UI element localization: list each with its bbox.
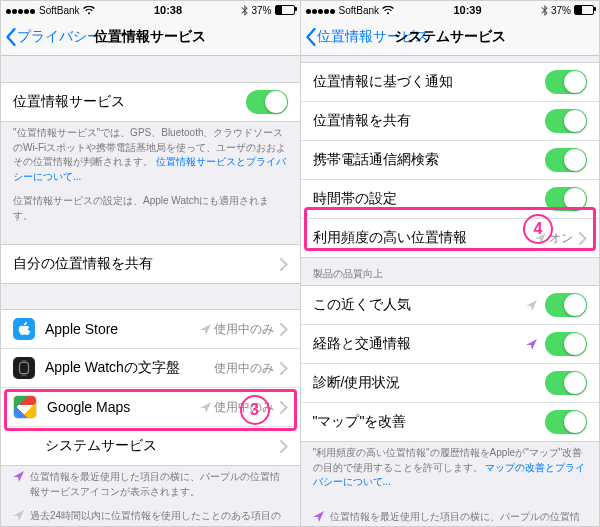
- wifi-icon: [83, 6, 95, 15]
- bluetooth-icon: [241, 5, 248, 16]
- toggle-row[interactable]: 位置情報を共有: [301, 101, 600, 141]
- battery-icon: [574, 5, 594, 15]
- back-button[interactable]: プライバシー: [1, 28, 101, 46]
- row-label: "マップ"を改善: [313, 413, 546, 431]
- wifi-icon: [382, 6, 394, 15]
- carrier-label: SoftBank: [39, 5, 80, 16]
- footer-note: 位置情報を最近使用した項目の横に、パープルの位置情報サービスアイコンが表示されま…: [301, 505, 600, 527]
- location-arrow-icon: [200, 324, 211, 335]
- status-bar: SoftBank 10:38 37%: [1, 1, 300, 19]
- clock: 10:38: [154, 4, 182, 16]
- footer-note: 過去24時間以内に位置情報を使用したことのある項目の横に、グレイの位置情報サービ…: [1, 504, 300, 526]
- footer-note: 位置情報サービスの設定は、Apple Watchにも適用されます。: [1, 189, 300, 228]
- toggle-switch[interactable]: [246, 90, 288, 114]
- toggle-switch[interactable]: [545, 371, 587, 395]
- svg-rect-1: [21, 374, 27, 376]
- location-services-toggle-row[interactable]: 位置情報サービス: [1, 82, 300, 122]
- row-detail: 使用中のみ: [200, 399, 274, 416]
- row-label: 利用頻度の高い位置情報: [313, 229, 536, 247]
- location-arrow-icon: [13, 510, 24, 521]
- toggle-switch[interactable]: [545, 70, 587, 94]
- back-label: プライバシー: [17, 28, 101, 46]
- app-row-google-maps[interactable]: Google Maps 使用中のみ: [1, 387, 300, 427]
- screenshot-right: SoftBank 10:39 37% 位置情報サービス システムサービス: [300, 1, 600, 526]
- row-label: 位置情報に基づく通知: [313, 73, 546, 91]
- chevron-right-icon: [579, 232, 587, 245]
- row-label: 位置情報を共有: [313, 112, 546, 130]
- location-arrow-icon: [535, 233, 546, 244]
- chevron-right-icon: [280, 323, 288, 336]
- toggle-switch[interactable]: [545, 410, 587, 434]
- signal-dots-icon: [6, 5, 36, 16]
- toggle-row[interactable]: 経路と交通情報: [301, 324, 600, 364]
- row-detail: オン: [535, 230, 573, 247]
- back-button[interactable]: 位置情報サービス: [301, 28, 429, 46]
- svg-rect-0: [21, 360, 27, 362]
- toggle-row[interactable]: 診断/使用状況: [301, 363, 600, 403]
- app-row-apple-store[interactable]: Apple Store 使用中のみ: [1, 309, 300, 349]
- content: 位置情報サービス "位置情報サービス"では、GPS、Bluetooth、クラウド…: [1, 56, 300, 526]
- status-bar: SoftBank 10:39 37%: [301, 1, 600, 19]
- row-label: 診断/使用状況: [313, 374, 546, 392]
- footer-note: 位置情報を最近使用した項目の横に、パープルの位置情報サービスアイコンが表示されま…: [1, 465, 300, 504]
- toggle-switch[interactable]: [545, 332, 587, 356]
- row-label: 時間帯の設定: [313, 190, 546, 208]
- location-arrow-icon: [526, 300, 537, 311]
- row-label: システムサービス: [45, 437, 274, 455]
- row-label: Apple Store: [45, 321, 200, 337]
- back-label: 位置情報サービス: [317, 28, 429, 46]
- row-label: 経路と交通情報: [313, 335, 527, 353]
- chevron-right-icon: [280, 362, 288, 375]
- app-row-apple-watch-faces[interactable]: Apple Watchの文字盤 使用中のみ: [1, 348, 300, 388]
- chevron-left-icon: [305, 28, 317, 46]
- row-label: Apple Watchの文字盤: [45, 359, 214, 377]
- row-detail: 使用中のみ: [200, 321, 274, 338]
- row-detail: 使用中のみ: [214, 360, 274, 377]
- location-arrow-icon: [313, 511, 324, 522]
- toggle-switch[interactable]: [545, 109, 587, 133]
- clock: 10:39: [453, 4, 481, 16]
- chevron-left-icon: [5, 28, 17, 46]
- content: 位置情報に基づく通知 位置情報を共有 携帯電話通信網検索 時間帯の設定 利用頻度…: [301, 56, 600, 526]
- battery-percent: 37%: [251, 5, 271, 16]
- location-arrow-icon: [200, 402, 211, 413]
- bluetooth-icon: [541, 5, 548, 16]
- row-label: 自分の位置情報を共有: [13, 255, 274, 273]
- nav-bar: 位置情報サービス システムサービス: [301, 19, 600, 56]
- nav-bar: プライバシー 位置情報サービス: [1, 19, 300, 56]
- carrier-label: SoftBank: [339, 5, 380, 16]
- nav-title: 位置情報サービス: [94, 28, 206, 46]
- chevron-right-icon: [280, 401, 288, 414]
- toggle-row[interactable]: この近くで人気: [301, 285, 600, 325]
- row-label: Google Maps: [47, 399, 200, 415]
- share-my-location-row[interactable]: 自分の位置情報を共有: [1, 244, 300, 284]
- toggle-row[interactable]: 位置情報に基づく通知: [301, 62, 600, 102]
- battery-icon: [275, 5, 295, 15]
- screenshot-left: SoftBank 10:38 37% プライバシー 位置情報サービス: [1, 1, 300, 526]
- svg-rect-2: [20, 363, 29, 374]
- toggle-row[interactable]: "マップ"を改善: [301, 402, 600, 442]
- toggle-switch[interactable]: [545, 293, 587, 317]
- location-arrow-icon: [13, 471, 24, 482]
- app-icon: [13, 357, 35, 379]
- location-arrow-icon: [526, 339, 537, 350]
- row-label: 携帯電話通信網検索: [313, 151, 546, 169]
- section-header: 製品の品質向上: [301, 257, 600, 285]
- signal-dots-icon: [306, 5, 336, 16]
- app-icon: [13, 395, 37, 419]
- toggle-switch[interactable]: [545, 148, 587, 172]
- toggle-row[interactable]: 時間帯の設定: [301, 179, 600, 219]
- system-services-row[interactable]: システムサービス: [1, 426, 300, 466]
- footer-note: "位置情報サービス"では、GPS、Bluetooth、クラウドソースのWi-Fi…: [1, 121, 300, 189]
- app-icon: [13, 318, 35, 340]
- chevron-right-icon: [280, 440, 288, 453]
- toggle-row[interactable]: 携帯電話通信網検索: [301, 140, 600, 180]
- toggle-switch[interactable]: [545, 187, 587, 211]
- battery-percent: 37%: [551, 5, 571, 16]
- footer-note: "利用頻度の高い位置情報"の履歴情報をAppleが"マップ"改善の目的で使用する…: [301, 441, 600, 495]
- row-label: この近くで人気: [313, 296, 527, 314]
- frequent-locations-row[interactable]: 利用頻度の高い位置情報 オン: [301, 218, 600, 258]
- chevron-right-icon: [280, 258, 288, 271]
- row-label: 位置情報サービス: [13, 93, 246, 111]
